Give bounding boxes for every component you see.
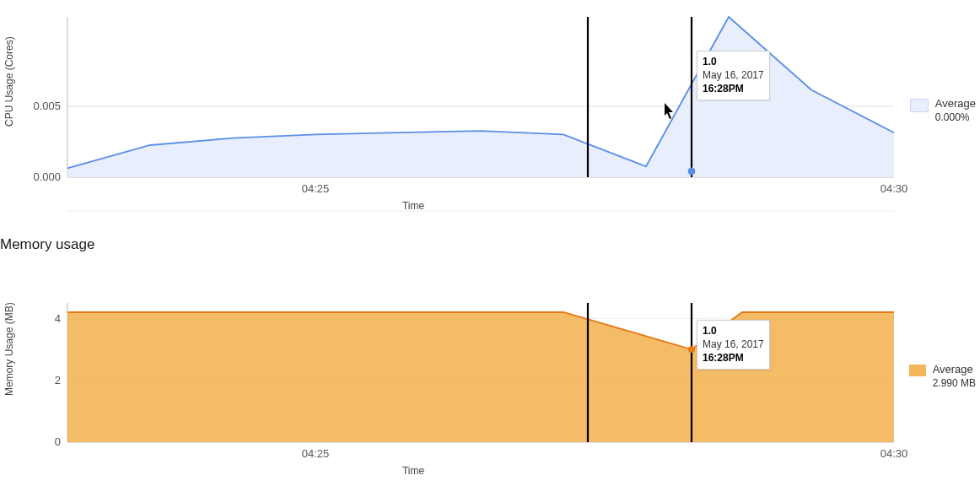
cpu-tooltip: 1.0 May 16, 2017 16:28PM <box>697 51 770 100</box>
mem-legend-value: 2.990 MB <box>933 377 976 391</box>
mem-y-tick-0: 0 <box>55 435 61 448</box>
cpu-x-tick-0: 04:25 <box>302 182 330 195</box>
mem-y-tick-1: 2 <box>55 374 61 386</box>
cpu-y-tick-0: 0.000 <box>33 170 61 183</box>
mem-y-axis-label: Memory Usage (MB) <box>3 302 15 396</box>
cpu-x-axis-label: Time <box>402 200 425 212</box>
mem-legend-label: Average <box>933 363 976 377</box>
mem-x-axis-label: Time <box>402 465 425 477</box>
cpu-y-axis-label: CPU Usage (Cores) <box>3 36 15 127</box>
cpu-x-tick-1: 04:30 <box>880 182 908 195</box>
mem-area <box>67 312 894 442</box>
cpu-tooltip-value: 1.0 <box>703 56 717 68</box>
mem-hover-point <box>688 346 695 353</box>
cpu-chart: CPU Usage (Cores) 0.000 0.005 04:25 04:3… <box>0 0 980 219</box>
cpu-chart-svg[interactable]: CPU Usage (Cores) 0.000 0.005 04:25 04:3… <box>0 0 980 219</box>
memory-chart: Memory Usage (MB) 0 2 4 04:25 04:30 Time… <box>0 257 980 480</box>
cpu-hover-point <box>688 168 695 175</box>
mem-y-tick-2: 4 <box>55 312 61 325</box>
cpu-area <box>67 17 894 177</box>
mem-x-tick-0: 04:25 <box>302 447 330 460</box>
memory-section-title: Memory usage <box>0 236 980 253</box>
cpu-legend: Average 0.000% <box>910 97 976 124</box>
cpu-tooltip-date: May 16, 2017 <box>703 69 764 81</box>
cpu-tooltip-time: 16:28PM <box>703 83 744 95</box>
mem-tooltip: 1.0 May 16, 2017 16:28PM <box>697 320 770 370</box>
mem-x-tick-1: 04:30 <box>880 447 908 460</box>
cpu-legend-swatch <box>910 99 929 112</box>
mem-tooltip-date: May 16, 2017 <box>703 338 764 350</box>
cpu-legend-value: 0.000% <box>935 111 976 125</box>
mem-legend: Average 2.990 MB <box>909 363 976 390</box>
memory-chart-svg[interactable]: Memory Usage (MB) 0 2 4 04:25 04:30 Time <box>0 257 980 480</box>
mem-legend-swatch <box>909 365 926 376</box>
cpu-legend-label: Average <box>935 97 976 111</box>
cpu-y-tick-1: 0.005 <box>33 100 61 112</box>
mem-tooltip-time: 16:28PM <box>703 352 744 364</box>
cursor-icon <box>665 103 673 119</box>
mem-tooltip-value: 1.0 <box>703 325 717 337</box>
